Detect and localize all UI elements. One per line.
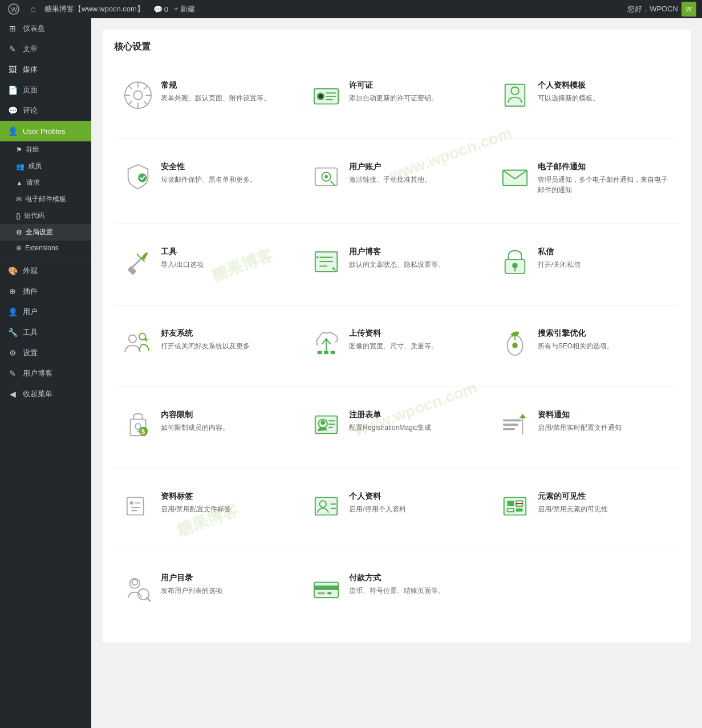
home-icon[interactable]: ⌂ xyxy=(25,1,41,17)
svg-rect-66 xyxy=(127,498,144,515)
svg-rect-44 xyxy=(318,351,322,354)
setting-seo[interactable]: 搜索引擎优化 所有与SEO相关的选项。 xyxy=(491,317,679,369)
setting-profile-notify[interactable]: 资料通知 启用/禁用实时配置文件通知 xyxy=(491,398,679,451)
sidebar-item-pages[interactable]: 📄 页面 xyxy=(0,80,91,100)
sidebar-item-posts[interactable]: ✎ 文章 xyxy=(0,39,91,59)
divider-6 xyxy=(114,550,679,550)
profile-notify-desc: 启用/禁用实时配置文件通知 xyxy=(538,422,622,433)
new-content-button[interactable]: + 新建 xyxy=(174,4,195,14)
sidebar-label-user-profiles: User Profiles xyxy=(23,127,65,136)
setting-register[interactable]: 注册表单 配置RegistrationMagic集成 xyxy=(302,398,490,451)
setting-payment[interactable]: 付款方式 货币、符号位置、结账页面等。 xyxy=(302,562,490,614)
sidebar-item-appearance[interactable]: 🎨 外观 xyxy=(0,261,91,281)
sidebar-item-email-templates[interactable]: ✉ 电子邮件模板 xyxy=(0,191,91,208)
profile-template-icon xyxy=(500,80,530,110)
payment-desc: 货币、符号位置、结账页面等。 xyxy=(349,585,445,596)
comments-menu-icon: 💬 xyxy=(7,105,18,116)
sidebar-item-members[interactable]: 👥 成员 xyxy=(0,158,91,174)
license-text: 许可证 添加自动更新的许可证密钥。 xyxy=(349,80,438,103)
setting-accounts[interactable]: 用户账户 激活链接、手动批准其他。 xyxy=(302,151,490,206)
sidebar-item-groups[interactable]: ⚑ 群组 xyxy=(0,141,91,158)
settings-grid: 常规 表单外观、默认页面、附件设置等。 许可证 xyxy=(114,69,679,121)
license-icon xyxy=(311,80,341,110)
sidebar-item-extensions[interactable]: ⊕ Extensions xyxy=(0,241,91,255)
setting-upload[interactable]: 上传资料 图像的宽度、尺寸、质量等。 xyxy=(302,317,490,369)
user-avatar[interactable]: W xyxy=(681,2,696,17)
visibility-desc: 启用/禁用元素的可见性 xyxy=(538,504,608,514)
setting-blog[interactable]: 用户博客 默认的文章状态、隐私设置等。 xyxy=(302,235,490,288)
sidebar-label-pages: 页面 xyxy=(23,85,38,95)
sidebar-item-plugins[interactable]: ⊕ 插件 xyxy=(0,281,91,302)
sidebar-label-plugins: 插件 xyxy=(23,286,38,296)
upload-text: 上传资料 图像的宽度、尺寸、质量等。 xyxy=(349,328,438,351)
general-icon xyxy=(123,80,153,110)
register-text: 注册表单 配置RegistrationMagic集成 xyxy=(349,410,431,433)
friends-desc: 打开或关闭好友系统以及更多 xyxy=(161,341,250,351)
comments-icon[interactable]: 💬 xyxy=(153,5,163,14)
sidebar-item-users[interactable]: 👤 用户 xyxy=(0,302,91,322)
tags-title: 资料标签 xyxy=(161,491,231,502)
email-notify-title: 电子邮件通知 xyxy=(538,162,670,172)
setting-private[interactable]: 私信 打开/关闭私信 xyxy=(491,235,679,288)
profile-notify-text: 资料通知 启用/禁用实时配置文件通知 xyxy=(538,410,622,433)
profile-template-text: 个人资料模板 可以选择新的模板。 xyxy=(538,80,599,103)
svg-rect-85 xyxy=(314,582,338,597)
setting-friends[interactable]: 好友系统 打开或关闭好友系统以及更多 xyxy=(114,317,302,369)
directory-icon xyxy=(123,573,153,603)
tools-icon: 🔧 xyxy=(7,327,18,338)
sidebar-label-media: 媒体 xyxy=(23,64,38,75)
site-name[interactable]: 糖果博客【www.wpocn.com】 xyxy=(44,4,144,14)
sidebar-item-dashboard[interactable]: ⊞ 仪表盘 xyxy=(0,18,91,39)
svg-point-39 xyxy=(129,335,136,343)
accounts-desc: 激活链接、手动批准其他。 xyxy=(349,174,431,185)
license-title: 许可证 xyxy=(349,80,438,91)
accounts-text: 用户账户 激活链接、手动批准其他。 xyxy=(349,162,431,185)
sidebar-item-comments[interactable]: 💬 评论 xyxy=(0,100,91,121)
sidebar-label-requests: 请求 xyxy=(26,178,40,188)
requests-icon: ▲ xyxy=(16,179,23,187)
seo-text: 搜索引擎优化 所有与SEO相关的选项。 xyxy=(538,328,614,351)
sidebar-item-shortcodes[interactable]: {} 短代码 xyxy=(0,208,91,224)
payment-title: 付款方式 xyxy=(349,573,445,583)
svg-line-9 xyxy=(144,101,148,105)
sidebar-label-posts: 文章 xyxy=(23,44,38,54)
setting-email-notify[interactable]: 电子邮件通知 管理员通知，多个电子邮件通知，来自电子邮件的通知 xyxy=(491,151,679,206)
settings-icon: ⚙ xyxy=(7,347,18,359)
sidebar-item-requests[interactable]: ▲ 请求 xyxy=(0,174,91,191)
sidebar-item-user-blog[interactable]: ✎ 用户博客 xyxy=(0,363,91,384)
svg-rect-60 xyxy=(328,427,333,428)
svg-rect-71 xyxy=(315,498,337,515)
accounts-title: 用户账户 xyxy=(349,162,431,172)
register-icon xyxy=(311,410,341,440)
sidebar-item-collapse[interactable]: ◀ 收起菜单 xyxy=(0,384,91,404)
settings-grid-5: $ 内容限制 如何限制成员的内容。 xyxy=(114,398,679,451)
visibility-icon xyxy=(500,491,530,521)
sidebar-item-global-settings[interactable]: ⚙ 全局设置 xyxy=(0,224,91,241)
tools-setting-desc: 导入/出口选项 xyxy=(161,259,204,270)
setting-license[interactable]: 许可证 添加自动更新的许可证密钥。 xyxy=(302,69,490,121)
blog-desc: 默认的文章状态、隐私设置等。 xyxy=(349,259,445,270)
setting-restrict[interactable]: $ 内容限制 如何限制成员的内容。 xyxy=(114,398,302,451)
svg-rect-76 xyxy=(507,501,514,506)
register-title: 注册表单 xyxy=(349,410,431,420)
setting-directory[interactable]: 用户目录 发布用户列表的选项 xyxy=(114,562,302,614)
setting-general[interactable]: 常规 表单外观、默认页面、附件设置等。 xyxy=(114,69,302,121)
personal-title: 个人资料 xyxy=(349,491,405,502)
setting-tags[interactable]: 资料标签 启用/禁用配置文件标签 xyxy=(114,480,302,532)
setting-security[interactable]: 安全性 垃圾邮件保护、黑名单和更多。 xyxy=(114,151,302,206)
sidebar-item-user-profiles[interactable]: 👤 User Profiles xyxy=(0,121,91,141)
sidebar-item-settings[interactable]: ⚙ 设置 xyxy=(0,343,91,363)
setting-personal[interactable]: 个人资料 启用/停用个人资料 xyxy=(302,480,490,532)
setting-visibility[interactable]: 元素的可见性 启用/禁用元素的可见性 xyxy=(491,480,679,532)
seo-desc: 所有与SEO相关的选项。 xyxy=(538,341,614,351)
sidebar-item-media[interactable]: 🖼 媒体 xyxy=(0,59,91,80)
svg-point-40 xyxy=(139,334,146,340)
setting-tools[interactable]: 工具 导入/出口选项 xyxy=(114,235,302,288)
svg-point-49 xyxy=(512,343,518,348)
divider-1 xyxy=(114,139,679,139)
svg-point-57 xyxy=(321,420,326,425)
upload-title: 上传资料 xyxy=(349,328,438,339)
sidebar-item-tools[interactable]: 🔧 工具 xyxy=(0,322,91,343)
setting-profile-template[interactable]: 个人资料模板 可以选择新的模板。 xyxy=(491,69,679,121)
private-desc: 打开/关闭私信 xyxy=(538,259,581,270)
